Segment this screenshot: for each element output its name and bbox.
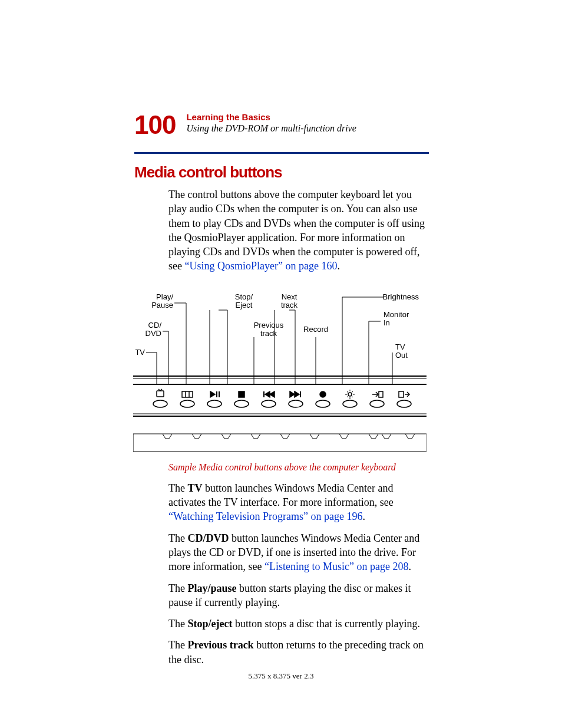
- svg-point-20: [348, 393, 352, 396]
- svg-point-17: [289, 400, 303, 407]
- label-record: Record: [303, 325, 328, 334]
- page-header: 100 Learning the Basics Using the DVD-RO…: [134, 112, 429, 138]
- intro-text-2: .: [337, 260, 340, 272]
- svg-point-33: [397, 400, 411, 407]
- svg-point-13: [234, 400, 249, 407]
- label-next-2: track: [281, 301, 298, 309]
- svg-rect-32: [399, 391, 404, 397]
- link-qosmioplayer[interactable]: “Using QosmioPlayer” on page 160: [184, 260, 337, 272]
- label-tvout-2: Out: [395, 351, 408, 360]
- label-stop-2: Eject: [236, 301, 253, 309]
- page-number: 100: [134, 112, 176, 138]
- label-monitor-2: In: [384, 318, 390, 327]
- svg-point-15: [262, 400, 276, 407]
- svg-rect-5: [182, 391, 193, 397]
- figure-caption: Sample Media control buttons above the c…: [168, 462, 429, 473]
- svg-point-8: [180, 400, 194, 407]
- label-monitor-1: Monitor: [384, 310, 409, 319]
- label-cd-2: DVD: [146, 329, 161, 338]
- section-subtitle: Using the DVD-ROM or multi-function driv…: [186, 123, 356, 134]
- label-stop-1: Stop/: [235, 292, 253, 301]
- svg-point-19: [316, 400, 330, 407]
- svg-line-26: [352, 396, 353, 397]
- svg-line-27: [347, 396, 348, 397]
- svg-point-18: [320, 391, 326, 397]
- svg-point-11: [207, 400, 222, 407]
- media-buttons-diagram: TV CD/ DVD Play/ Pause Stop/ Eject Previ…: [133, 289, 427, 454]
- svg-rect-3: [157, 391, 164, 397]
- svg-point-31: [370, 400, 384, 407]
- paragraph-cddvd: The CD/DVD button launches Windows Media…: [168, 531, 428, 574]
- label-next-1: Next: [282, 292, 297, 301]
- svg-rect-12: [239, 391, 244, 397]
- label-prev-1: Previous: [254, 321, 284, 330]
- label-tvout-1: TV: [395, 342, 405, 351]
- label-tv: TV: [135, 348, 145, 357]
- paragraph-prevtrack: The Previous track button returns to the…: [168, 638, 428, 667]
- paragraph-tv: The TV button launches Windows Media Cen…: [168, 481, 428, 524]
- chapter-title: Learning the Basics: [186, 112, 356, 122]
- svg-rect-30: [379, 391, 383, 397]
- section-heading: Media control buttons: [134, 163, 429, 182]
- header-rule: [134, 152, 429, 154]
- intro-paragraph: The control buttons above the computer k…: [168, 187, 428, 274]
- svg-point-29: [343, 400, 357, 407]
- label-play-1: Play/: [156, 292, 173, 301]
- svg-line-25: [347, 391, 348, 393]
- label-cd-1: CD/: [148, 321, 162, 330]
- svg-point-4: [153, 400, 167, 407]
- page-footer: 5.375 x 8.375 ver 2.3: [0, 671, 562, 681]
- link-listen-music[interactable]: “Listening to Music” on page 208: [265, 561, 408, 572]
- paragraph-playpause: The Play/pause button starts playing the…: [168, 581, 428, 610]
- paragraph-stopeject: The Stop/eject button stops a disc that …: [168, 617, 428, 631]
- label-play-2: Pause: [151, 301, 173, 309]
- link-watch-tv[interactable]: “Watching Television Programs” on page 1…: [168, 510, 362, 522]
- svg-line-28: [352, 391, 353, 393]
- label-brightness: Brightness: [383, 292, 419, 301]
